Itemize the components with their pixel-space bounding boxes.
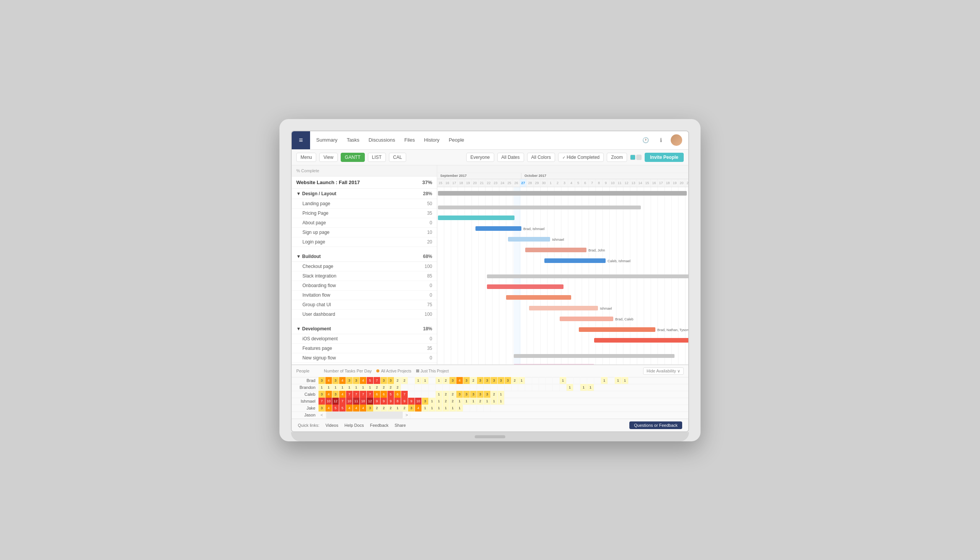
day-cell-30: 30 — [540, 179, 547, 187]
app-header: ≡ Summary Tasks Discussions Files Histor… — [292, 131, 688, 150]
jason-scrollbar[interactable] — [326, 412, 403, 418]
feedback-link[interactable]: Feedback — [370, 423, 388, 428]
info-icon[interactable]: ℹ — [655, 135, 666, 145]
day-cell-29: 29 — [533, 179, 540, 187]
svg-rect-65 — [529, 306, 598, 310]
task-onboarding-flow[interactable]: Onboarding flow 0 — [292, 281, 437, 290]
app-logo[interactable]: ≡ — [292, 131, 310, 149]
day-cell-16: 16 — [444, 179, 451, 187]
help-docs-link[interactable]: Help Docs — [345, 423, 364, 428]
project-title: Website Launch : Fall 2017 37% — [292, 177, 437, 189]
day-cell-8: 8 — [596, 179, 603, 187]
nav-discussions[interactable]: Discussions — [368, 135, 395, 145]
task-signup-page[interactable]: Sign up page 10 — [292, 228, 437, 237]
svg-text:Ishmael: Ishmael — [552, 238, 564, 242]
avail-cells-jason: < > — [318, 412, 410, 418]
task-ios-dev[interactable]: iOS development 0 — [292, 334, 437, 344]
day-cell-3: 3 — [561, 179, 568, 187]
hide-availability-button[interactable]: Hide Availability ∨ — [643, 367, 684, 375]
everyone-filter[interactable]: Everyone — [466, 153, 494, 162]
svg-rect-58 — [525, 248, 587, 252]
view-button[interactable]: View — [319, 153, 338, 162]
avail-row-brandon: Brandon 1 1 1 1 1 1 1 1 2 2 2 2 — [292, 384, 688, 391]
section-development[interactable]: ▼ Development 18% — [292, 324, 437, 334]
all-dates-filter[interactable]: All Dates — [497, 153, 524, 162]
avail-name-brad: Brad — [292, 378, 318, 383]
task-invitation-flow[interactable]: Invitation flow 0 — [292, 290, 437, 300]
day-cell-28: 28 — [527, 179, 533, 187]
gantt-body: Brad, Ishmael Ishmael Brad, John Caleb, … — [437, 187, 688, 364]
task-features-page[interactable]: Features page 35 — [292, 344, 437, 353]
day-cell-1: 1 — [547, 179, 554, 187]
clock-icon[interactable]: 🕐 — [640, 135, 651, 145]
svg-rect-73 — [514, 354, 675, 358]
nav-people[interactable]: People — [449, 135, 464, 145]
day-cell-17: 17 — [451, 179, 458, 187]
day-cell-10: 10 — [610, 179, 616, 187]
list-button[interactable]: LIST — [368, 153, 386, 162]
task-landing-page[interactable]: Landing page 50 — [292, 199, 437, 208]
cal-button[interactable]: CAL — [389, 153, 406, 162]
avail-name-ishmael: Ishmael — [292, 399, 318, 403]
day-cell-6: 6 — [582, 179, 589, 187]
menu-button[interactable]: Menu — [296, 153, 316, 162]
availability-panel: People Number of Tasks Per Day All Activ… — [292, 364, 688, 419]
svg-rect-54 — [475, 226, 522, 231]
avail-row-jake: Jake 3 4 5 5 4 4 4 3 2 2 2 1 2 3 4 — [292, 405, 688, 412]
task-about-page[interactable]: About page 0 — [292, 218, 437, 228]
zoom-button[interactable]: Zoom — [607, 153, 627, 162]
task-slack-integration[interactable]: Slack integration 85 — [292, 272, 437, 281]
section-design-layout[interactable]: ▼ Design / Layout 28% — [292, 189, 437, 199]
day-cell-13: 13 — [630, 179, 637, 187]
avail-name-jake: Jake — [292, 406, 318, 410]
task-user-dashboard[interactable]: User dashboard 100 — [292, 310, 437, 319]
svg-text:Brad, John: Brad, John — [588, 248, 605, 252]
questions-feedback-button[interactable]: Questions or Feedback — [629, 422, 682, 429]
videos-link[interactable]: Videos — [325, 423, 338, 428]
avail-cells-brandon: 1 1 1 1 1 1 1 1 2 2 2 2 — [318, 384, 594, 391]
gantt-button[interactable]: GANTT — [341, 153, 365, 162]
this-project-legend: Just This Project — [416, 369, 449, 373]
nav-history[interactable]: History — [424, 135, 440, 145]
day-cell-21: 21 — [685, 179, 688, 187]
invite-people-button[interactable]: Invite People — [645, 153, 684, 162]
task-pricing-page[interactable]: Pricing Page 35 — [292, 208, 437, 218]
task-login-page[interactable]: Login page 20 — [292, 237, 437, 247]
task-new-signup-flow[interactable]: New signup flow 0 — [292, 353, 437, 363]
share-link[interactable]: Share — [395, 423, 406, 428]
color-toggle[interactable] — [630, 155, 642, 160]
avail-row-ishmael: Ishmael 7 10 12 7 10 11 10 12 9 9 9 8 9 … — [292, 398, 688, 405]
app-nav: Summary Tasks Discussions Files History … — [310, 135, 640, 145]
svg-rect-51 — [438, 191, 687, 196]
user-avatar[interactable] — [671, 134, 682, 146]
avail-row-jason: Jason < > — [292, 412, 688, 419]
nav-tasks[interactable]: Tasks — [347, 135, 360, 145]
task-checkout-page[interactable]: Checkout page 100 — [292, 262, 437, 272]
svg-rect-56 — [508, 237, 550, 242]
day-cell-12: 12 — [623, 179, 630, 187]
svg-rect-74 — [514, 364, 594, 364]
day-cell-21: 21 — [478, 179, 485, 187]
tasks-per-day-label[interactable]: Number of Tasks Per Day — [324, 368, 372, 373]
all-colors-filter[interactable]: All Colors — [527, 153, 555, 162]
svg-rect-60 — [544, 258, 606, 263]
svg-rect-69 — [579, 327, 655, 332]
task-group-chat[interactable]: Group chat UI 75 — [292, 300, 437, 310]
avail-row-caleb: Caleb 3 4 3 4 7 7 7 7 6 6 5 6 7 — [292, 391, 688, 398]
svg-rect-67 — [560, 317, 613, 321]
day-cell-27: 27 — [520, 179, 527, 187]
hide-completed-filter[interactable]: ✓ Hide Completed — [558, 153, 604, 162]
svg-rect-52 — [438, 205, 641, 209]
avail-cells-caleb: 3 4 3 4 7 7 7 7 6 6 5 6 7 — [318, 391, 505, 398]
svg-rect-62 — [487, 275, 688, 278]
svg-rect-64 — [506, 295, 571, 300]
oct-month-label: October 2017 — [522, 173, 688, 179]
nav-summary[interactable]: Summary — [316, 135, 338, 145]
day-cell-23: 23 — [492, 179, 499, 187]
avail-name-brandon: Brandon — [292, 385, 318, 390]
day-cell-22: 22 — [485, 179, 492, 187]
section-buildout[interactable]: ▼ Buildout 68% — [292, 252, 437, 262]
nav-files[interactable]: Files — [404, 135, 415, 145]
day-cell-11: 11 — [616, 179, 623, 187]
svg-text:Caleb, Ishmael: Caleb, Ishmael — [608, 259, 630, 263]
